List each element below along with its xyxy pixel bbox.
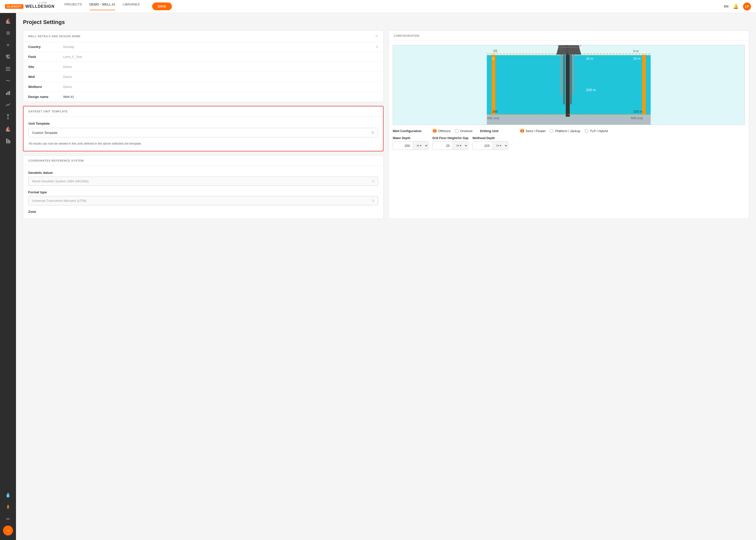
svg-rect-1: [6, 69, 10, 69]
wellhead-depth-unit[interactable]: m ▾: [493, 142, 508, 150]
sidebar-item-person[interactable]: 🧍: [2, 501, 14, 512]
app-name: WELLDESIGN: [26, 4, 55, 9]
sidebar-item-rig[interactable]: 🏗: [2, 52, 14, 63]
app-body: ⛵ ⊞ ≡ 🏗 〜: [0, 13, 756, 540]
water-depth-unit[interactable]: m ▾: [413, 142, 428, 150]
navigate-forward-fab[interactable]: →: [3, 525, 13, 535]
field-label-design: Design name: [23, 92, 58, 102]
main-content: Project Settings WELL DETAILS AND DESIGN…: [16, 13, 756, 540]
field-value-design: Well #1: [58, 92, 383, 102]
sidebar-item-layers[interactable]: [2, 64, 14, 74]
drill-floor-input[interactable]: [433, 142, 453, 150]
svg-text:200: 200: [492, 110, 498, 113]
edit-icon[interactable]: ✎: [375, 34, 378, 38]
chevron-icon: ⇅: [376, 45, 378, 49]
user-avatar[interactable]: LF: [743, 3, 751, 11]
field-label-field: Field: [23, 52, 58, 62]
chevron-icon: ⇅: [372, 180, 375, 183]
well-config-radio-group: Offshore Onshore: [433, 129, 473, 133]
dataset-unit-body: Unit Template Custom Template ⇅ All resu…: [24, 117, 383, 151]
drill-floor-unit[interactable]: m ▾: [453, 142, 468, 150]
save-button[interactable]: SAVE: [152, 3, 172, 10]
wellhead-depth-input-group: m ▾: [472, 141, 508, 150]
radio-offshore[interactable]: Offshore: [433, 129, 451, 133]
wellhead-depth-label: Wellhead Depth: [472, 136, 508, 140]
svg-rect-7: [8, 115, 8, 119]
page-title: Project Settings: [23, 19, 749, 26]
field-label-site: Site: [23, 62, 58, 72]
radio-platform-jackup[interactable]: Platform / Jackup: [550, 129, 580, 133]
country-select[interactable]: Norway ⇅: [63, 45, 378, 49]
well-diagram: -25 0 0 m 25 m 25 m 200 m: [393, 45, 745, 125]
sidebar-item-vessel[interactable]: ⛵: [2, 16, 14, 27]
language-selector[interactable]: EN: [724, 5, 728, 8]
zone-label: Zone: [28, 210, 378, 213]
water-depth-input[interactable]: [393, 142, 413, 150]
sidebar-item-vessel2[interactable]: ⛵: [2, 123, 14, 134]
drilling-unit-label: Drilling Unit: [480, 129, 513, 133]
coordinates-body: Geodetic datum World Geodetic System 198…: [23, 166, 383, 218]
nav-libraries[interactable]: LIBRARIES: [123, 3, 140, 10]
format-label: Format type: [28, 190, 378, 194]
geodetic-select[interactable]: World Geodetic System 1984 (WGS84) ⇅: [28, 177, 378, 186]
semi-floater-radio-dot: [520, 129, 524, 133]
nav-demo-well[interactable]: DEMO - WELL #1: [89, 3, 115, 10]
nav-right: EN 🔔 LF: [724, 3, 751, 11]
sidebar-item-chart-bar[interactable]: [2, 87, 14, 98]
depth-inputs-row: Water Depth m ▾ Drill Floor Height/Air G…: [393, 136, 745, 150]
table-row: Wellbore Demo: [23, 82, 383, 92]
field-label-well: Well: [23, 72, 58, 82]
svg-text:-25: -25: [492, 49, 497, 53]
config-well-config-row: Well Configuration Offshore Onshore: [393, 129, 745, 133]
nav-projects[interactable]: PROJECTS: [65, 3, 82, 10]
notification-bell-icon[interactable]: 🔔: [733, 4, 738, 9]
sidebar-item-pipes[interactable]: [2, 135, 14, 146]
config-options: Well Configuration Offshore Onshore: [393, 129, 745, 150]
sidebar-item-drop[interactable]: 💧: [2, 489, 14, 500]
svg-rect-24: [564, 52, 574, 53]
sidebar-item-curve[interactable]: 〜: [2, 75, 14, 86]
radio-tlp-hybrid[interactable]: TLP / Hybrid: [584, 129, 608, 133]
well-details-card: WELL DETAILS AND DESIGN NAME ✎ Country N…: [23, 31, 383, 102]
drilling-unit-radio-group: Semi / Floater Platform / Jackup TLP / H…: [520, 129, 608, 133]
tlp-radio-dot: [584, 129, 588, 133]
sidebar-item-edit[interactable]: ✏: [2, 513, 14, 524]
dataset-unit-header: DATASET UNIT TEMPLATE: [24, 106, 383, 117]
svg-rect-26: [563, 55, 565, 104]
wellhead-depth-group: Wellhead Depth m ▾: [472, 136, 508, 150]
sidebar-item-menu[interactable]: ≡: [2, 40, 14, 51]
svg-rect-27: [570, 55, 572, 104]
svg-text:0 m: 0 m: [633, 49, 639, 53]
sidebar-item-chart-line[interactable]: [2, 99, 14, 110]
svg-text:25 m: 25 m: [633, 57, 641, 61]
chevron-icon: ⇅: [372, 199, 375, 202]
config-body: -25 0 0 m 25 m 25 m 200 m: [389, 41, 749, 154]
config-header: CONFIGURATION: [389, 31, 749, 41]
svg-rect-21: [560, 47, 578, 48]
svg-rect-22: [561, 49, 576, 50]
drill-floor-label: Drill Floor Height/Air Gap: [432, 136, 468, 140]
main-nav: PROJECTS DEMO - WELL #1 LIBRARIES SAVE: [65, 3, 172, 10]
field-value-field: Lene_F_Test: [58, 52, 383, 62]
table-row: Site Demo: [23, 62, 383, 72]
config-title: CONFIGURATION: [394, 34, 419, 37]
format-select[interactable]: Universal Transverse Mercator (UTM) ⇅: [28, 196, 378, 205]
svg-rect-9: [6, 138, 7, 143]
svg-text:200 m: 200 m: [586, 88, 596, 92]
well-details-table: Country Norway ⇅ Field Len: [23, 42, 383, 102]
sidebar-item-grid[interactable]: ⊞: [2, 28, 14, 39]
sidebar-item-depth[interactable]: [2, 111, 14, 122]
logo-area: OLIASOFT WELLDESIGN 1.0.3798: [5, 4, 55, 9]
water-depth-input-group: m ▾: [393, 141, 428, 150]
radio-semi-floater[interactable]: Semi / Floater: [520, 129, 546, 133]
dataset-unit-card: DATASET UNIT TEMPLATE Unit Template Cust…: [23, 106, 383, 151]
wellhead-depth-input[interactable]: [473, 142, 493, 150]
onshore-radio-dot: [455, 129, 459, 133]
unit-info-text: All results can now be viewed in the uni…: [29, 141, 378, 146]
svg-text:0: 0: [492, 57, 494, 61]
radio-onshore[interactable]: Onshore: [455, 129, 473, 133]
svg-marker-8: [7, 119, 9, 119]
offshore-radio-dot: [433, 129, 437, 133]
unit-template-label: Unit Template: [29, 122, 378, 125]
unit-template-select[interactable]: Custom Template ⇅: [29, 128, 378, 137]
